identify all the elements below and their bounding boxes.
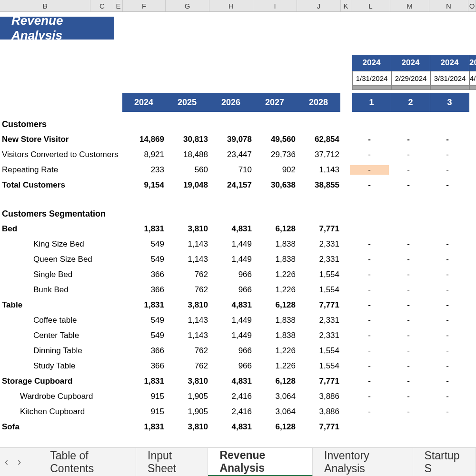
data-cell[interactable]: 2,331	[296, 331, 339, 340]
data-cell[interactable]: 1,831	[121, 300, 164, 310]
month-date-cell[interactable]: 3/31/2024	[430, 71, 469, 85]
data-cell[interactable]: 9,154	[121, 180, 164, 190]
data-cell[interactable]: 2,416	[208, 392, 252, 401]
col-J[interactable]: J	[297, 0, 341, 11]
data-cell[interactable]: 3,064	[252, 407, 296, 416]
row-label[interactable]: Study Table	[0, 361, 121, 371]
month-year-cell[interactable]: 2024	[430, 55, 469, 71]
data-cell[interactable]: 233	[121, 165, 164, 175]
month-number[interactable]: 1	[352, 93, 391, 112]
data-cell[interactable]: 4,831	[208, 377, 252, 386]
sheet-tab[interactable]: Table of Contents	[39, 448, 136, 476]
data-cell-monthly[interactable]: -	[428, 392, 467, 401]
data-cell-monthly[interactable]: -	[428, 331, 467, 340]
data-cell-monthly[interactable]: -	[389, 180, 428, 190]
row-label[interactable]: Storage Cupboard	[0, 377, 121, 386]
sheet-tab[interactable]: Revenue Analysis	[208, 448, 313, 476]
data-cell[interactable]: 1,143	[164, 239, 208, 249]
data-cell-monthly[interactable]: -	[428, 361, 467, 371]
data-cell[interactable]: 1,831	[121, 422, 164, 432]
data-cell-monthly[interactable]: -	[389, 270, 428, 279]
data-cell[interactable]: 1,143	[164, 331, 208, 340]
data-cell[interactable]: 762	[164, 285, 208, 295]
data-cell-monthly[interactable]: -	[428, 270, 467, 279]
data-cell[interactable]: 49,560	[252, 135, 296, 144]
data-cell[interactable]: 1,449	[208, 316, 252, 325]
data-cell[interactable]: 710	[208, 165, 252, 175]
col-F[interactable]: F	[123, 0, 166, 11]
data-cell-monthly[interactable]: -	[350, 377, 389, 386]
data-cell[interactable]: 549	[121, 331, 164, 340]
data-cell[interactable]: 1,838	[252, 239, 296, 249]
sheet-area[interactable]: Revenue Analysis 2024 2024 2024 20 1/31/…	[0, 12, 476, 476]
data-cell[interactable]: 1,554	[296, 361, 339, 371]
year-header[interactable]: 2024	[122, 93, 165, 112]
row-label[interactable]: Visitors Converted to Customers	[0, 150, 121, 159]
year-header[interactable]: 2025	[165, 93, 209, 112]
data-cell[interactable]: 3,810	[164, 224, 208, 234]
data-cell-monthly[interactable]: -	[428, 150, 467, 159]
data-cell-monthly[interactable]: -	[389, 150, 428, 159]
data-cell[interactable]: 24,157	[208, 180, 252, 190]
sheet-tab[interactable]: Input Sheet	[136, 448, 208, 476]
col-B[interactable]: B	[0, 0, 90, 11]
data-cell[interactable]: 1,143	[164, 255, 208, 264]
data-cell[interactable]: 2,331	[296, 239, 339, 249]
data-cell[interactable]: 762	[164, 361, 208, 371]
data-cell[interactable]: 7,771	[296, 422, 339, 432]
data-cell[interactable]: 4,831	[208, 300, 252, 310]
data-cell[interactable]: 2,331	[296, 255, 339, 264]
month-year-cell[interactable]: 2024	[352, 55, 391, 71]
data-cell[interactable]: 2,416	[208, 407, 252, 416]
data-cell[interactable]: 1,143	[164, 316, 208, 325]
row-label[interactable]: Wardrobe Cupboard	[0, 392, 121, 401]
data-cell[interactable]: 366	[121, 270, 164, 279]
data-cell-monthly[interactable]: -	[428, 316, 467, 325]
data-cell[interactable]: 1,226	[252, 270, 296, 279]
data-cell-monthly[interactable]: -	[389, 239, 428, 249]
data-cell[interactable]: 1,831	[121, 377, 164, 386]
data-cell[interactable]: 4,831	[208, 422, 252, 432]
row-label[interactable]: Coffee table	[0, 316, 121, 325]
data-cell-monthly[interactable]: -	[428, 300, 467, 310]
month-date-cell[interactable]: 1/31/2024	[352, 71, 391, 85]
data-cell-monthly[interactable]: -	[350, 300, 389, 310]
data-cell[interactable]: 1,831	[121, 224, 164, 234]
data-cell-monthly[interactable]: -	[350, 316, 389, 325]
data-cell[interactable]: 62,854	[296, 135, 339, 144]
year-header[interactable]: 2027	[253, 93, 297, 112]
data-cell[interactable]: 966	[208, 285, 252, 295]
data-cell[interactable]: 7,771	[296, 300, 339, 310]
data-cell-monthly[interactable]: -	[389, 135, 428, 144]
data-cell-monthly[interactable]: -	[389, 407, 428, 416]
data-cell[interactable]: 37,712	[296, 150, 339, 159]
data-cell[interactable]: 762	[164, 270, 208, 279]
tab-nav-prev[interactable]: ‹	[0, 456, 13, 468]
data-cell[interactable]: 966	[208, 270, 252, 279]
data-cell-monthly[interactable]: -	[389, 377, 428, 386]
row-label[interactable]: Kitchen Cupboard	[0, 407, 121, 416]
year-header[interactable]: 2028	[297, 93, 340, 112]
data-cell[interactable]: 1,449	[208, 239, 252, 249]
data-cell[interactable]: 1,838	[252, 331, 296, 340]
data-cell-monthly[interactable]: -	[428, 285, 467, 295]
data-cell[interactable]: 915	[121, 407, 164, 416]
data-cell-monthly[interactable]: -	[389, 346, 428, 356]
data-cell-monthly[interactable]: -	[389, 392, 428, 401]
month-year-cell[interactable]: 2024	[391, 55, 430, 71]
data-cell[interactable]: 966	[208, 361, 252, 371]
data-cell-monthly[interactable]: -	[428, 135, 467, 144]
row-label[interactable]: Queen Size Bed	[0, 255, 121, 264]
month-number[interactable]: 3	[430, 93, 469, 112]
data-cell[interactable]: 6,128	[252, 300, 296, 310]
data-cell-monthly[interactable]: -	[350, 239, 389, 249]
data-cell[interactable]: 6,128	[252, 377, 296, 386]
data-cell[interactable]: 8,921	[121, 150, 164, 159]
col-O[interactable]: O	[468, 0, 476, 11]
data-cell-monthly[interactable]: -	[350, 331, 389, 340]
col-M[interactable]: M	[390, 0, 429, 11]
data-cell[interactable]: 30,638	[252, 180, 296, 190]
data-cell[interactable]: 915	[121, 392, 164, 401]
data-cell[interactable]: 3,810	[164, 422, 208, 432]
data-cell[interactable]: 38,855	[296, 180, 339, 190]
